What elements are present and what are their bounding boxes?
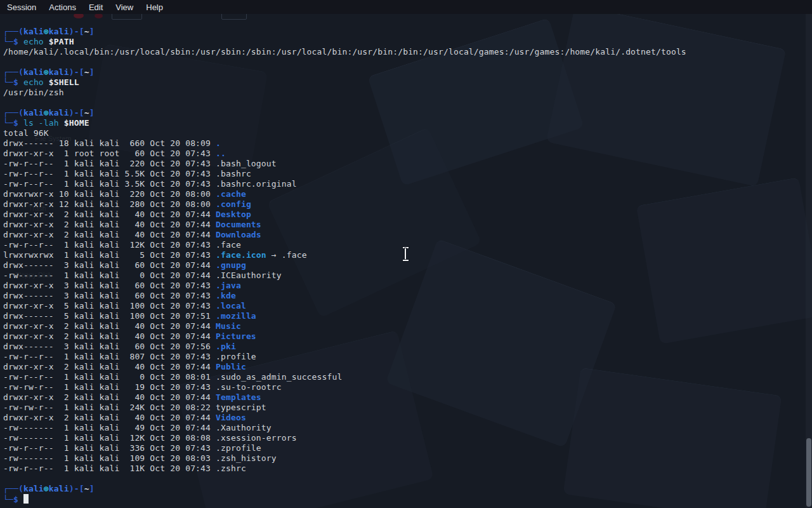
file-meta: lrwxrwxrwx 1 kali kali 5 Oct 20 07:43 — [3, 250, 216, 260]
file-meta: drwxr-xr-x 5 kali kali 100 Oct 20 07:43 — [3, 301, 216, 311]
dir-name: Templates — [216, 392, 261, 402]
blank-line — [3, 98, 812, 108]
dir-name: .kde — [216, 291, 236, 300]
file-meta: -rw-r--r-- 1 kali kali 3.5K Oct 20 07:43 — [3, 179, 216, 189]
menu-help[interactable]: Help — [140, 1, 169, 13]
prompt-line: ┌──(kali⊛kali)-[~] — [3, 484, 812, 494]
command-segment: $PATH — [44, 37, 74, 46]
terminal-scrollbar[interactable] — [806, 14, 812, 508]
file-meta: drwxr-xr-x 2 kali kali 40 Oct 20 07:44 — [3, 392, 216, 402]
command-segment: echo — [23, 77, 44, 87]
file-meta: -rw-r--r-- 1 kali kali 807 Oct 20 07:43 — [3, 352, 216, 361]
symlink-target: → .face — [266, 250, 307, 260]
listing-row: drwxr-xr-x 1 root root 60 Oct 20 07:43 .… — [3, 149, 812, 159]
file-meta: drwxr-xr-x 2 kali kali 40 Oct 20 07:44 — [3, 413, 216, 422]
dir-name: .pki — [216, 342, 236, 351]
file-name: .bash_logout — [216, 159, 277, 168]
file-meta: drwxr-xr-x 2 kali kali 40 Oct 20 07:44 — [3, 321, 216, 331]
blank-line — [3, 57, 812, 67]
file-meta: -rw------- 1 kali kali 49 Oct 20 07:44 — [3, 423, 216, 432]
listing-row: -rw------- 1 kali kali 12K Oct 20 08:08 … — [3, 433, 812, 443]
listing-row: drwx------ 18 kali kali 660 Oct 20 08:09… — [3, 138, 812, 149]
prompt-hostname: kali — [49, 484, 69, 493]
dir-name: Public — [216, 362, 246, 371]
file-meta: drwxr-xr-x 2 kali kali 40 Oct 20 07:44 — [3, 230, 216, 239]
file-name: .su-to-rootrc — [216, 382, 282, 392]
scrollbar-thumb[interactable] — [806, 438, 811, 507]
command-line: └─$ echo $SHELL — [3, 77, 812, 88]
file-meta: -rw-r--r-- 1 kali kali 11K Oct 20 07:43 — [3, 464, 216, 473]
terminal-text — [18, 77, 23, 87]
prompt-username: kali — [23, 108, 44, 117]
ibeam-stem — [405, 248, 406, 260]
file-meta: -rw-r--r-- 1 kali kali 0 Oct 20 08:01 — [3, 372, 216, 382]
prompt-frame: ] — [89, 27, 95, 36]
file-name: typescript — [216, 403, 266, 412]
output-line: total 96K — [3, 128, 812, 138]
file-meta: -rw------- 1 kali kali 109 Oct 20 08:03 — [3, 453, 216, 463]
file-meta: drwxr-xr-x 2 kali kali 40 Oct 20 07:44 — [3, 220, 216, 229]
file-name: .face — [216, 240, 241, 250]
prompt-hostname: kali — [49, 27, 69, 36]
listing-row: drwx------ 3 kali kali 60 Oct 20 07:43 .… — [3, 291, 812, 301]
prompt-dollar: └─$ — [3, 495, 18, 504]
listing-row: drwx------ 5 kali kali 100 Oct 20 07:51 … — [3, 311, 812, 321]
menu-view[interactable]: View — [109, 1, 140, 13]
listing-row: -rw-rw-r-- 1 kali kali 24K Oct 20 08:22 … — [3, 403, 812, 413]
menu-actions[interactable]: Actions — [43, 1, 82, 13]
output-text: /usr/bin/zsh — [3, 88, 64, 97]
menu-bar: Session Actions Edit View Help — [0, 0, 812, 14]
file-name: .bashrc.original — [216, 179, 297, 189]
listing-row: drwxr-xr-x 2 kali kali 40 Oct 20 07:44 M… — [3, 321, 812, 331]
prompt-cwd: ~ — [84, 67, 89, 77]
prompt-frame: )-[ — [69, 108, 84, 117]
command-segment: echo — [23, 37, 44, 46]
prompt-cwd: ~ — [84, 27, 89, 36]
file-name: .zprofile — [216, 443, 261, 453]
file-meta: drwx------ 3 kali kali 60 Oct 20 07:43 — [3, 291, 216, 300]
listing-row: -rw-r--r-- 1 kali kali 5.5K Oct 20 07:43… — [3, 169, 812, 179]
link-name: .face.icon — [216, 250, 266, 260]
output-line: /home/kali/.local/bin:/usr/local/sbin:/u… — [3, 47, 812, 57]
terminal-viewport[interactable]: ┌──(kali⊛kali)-[~]└─$ echo $PATH/home/ka… — [0, 14, 812, 508]
listing-row: drwxr-xr-x 2 kali kali 40 Oct 20 07:44 P… — [3, 331, 812, 342]
file-name: .Xauthority — [216, 423, 272, 432]
file-name: .ICEauthority — [216, 271, 282, 280]
menu-session[interactable]: Session — [1, 1, 43, 13]
prompt-cwd: ~ — [84, 108, 89, 117]
command-segment: $SHELL — [44, 77, 79, 87]
terminal-text — [18, 118, 23, 128]
dir-name: Desktop — [216, 210, 251, 219]
prompt-hostname: kali — [49, 108, 69, 117]
command-line: └─$ ls -lah $HOME — [3, 118, 812, 128]
desktop-screen: File System Trash Floppy Disk Session Ac… — [0, 0, 812, 508]
prompt-frame: )-[ — [69, 27, 84, 36]
prompt-frame: ┌──( — [3, 108, 23, 117]
prompt-cwd: ~ — [84, 484, 89, 493]
file-meta: drwx------ 5 kali kali 100 Oct 20 07:51 — [3, 311, 216, 321]
listing-row: -rw------- 1 kali kali 109 Oct 20 08:03 … — [3, 453, 812, 464]
listing-row: -rw-r--r-- 1 kali kali 3.5K Oct 20 07:43… — [3, 179, 812, 189]
dir-name: Documents — [216, 220, 261, 229]
listing-row: -rw------- 1 kali kali 0 Oct 20 07:44 .I… — [3, 271, 812, 281]
file-meta: drwxr-xr-x 3 kali kali 60 Oct 20 07:43 — [3, 281, 216, 290]
file-meta: -rw-rw-r-- 1 kali kali 24K Oct 20 08:22 — [3, 403, 216, 412]
prompt-frame: )-[ — [69, 67, 84, 77]
prompt-dollar: └─$ — [3, 118, 18, 128]
dir-name: .cache — [216, 189, 246, 199]
dir-name: .config — [216, 199, 251, 209]
listing-row: -rw-r--r-- 1 kali kali 0 Oct 20 08:01 .s… — [3, 372, 812, 382]
listing-row: -rw-rw-r-- 1 kali kali 19 Oct 20 07:43 .… — [3, 382, 812, 392]
listing-row: -rw-r--r-- 1 kali kali 336 Oct 20 07:43 … — [3, 443, 812, 453]
prompt-username: kali — [23, 484, 44, 493]
dir-name: .. — [216, 149, 226, 158]
prompt-frame: ] — [89, 67, 95, 77]
file-meta: drwx------ 18 kali kali 660 Oct 20 08:09 — [3, 138, 216, 148]
prompt-username: kali — [23, 67, 44, 77]
file-meta: -rw-r--r-- 1 kali kali 12K Oct 20 07:43 — [3, 240, 216, 250]
listing-row: drwxr-xr-x 5 kali kali 100 Oct 20 07:43 … — [3, 301, 812, 311]
text-cursor — [23, 494, 29, 504]
menu-edit[interactable]: Edit — [82, 1, 109, 13]
listing-row: drwx------ 3 kali kali 60 Oct 20 07:44 .… — [3, 260, 812, 271]
prompt-separator: ⊛ — [44, 67, 49, 77]
